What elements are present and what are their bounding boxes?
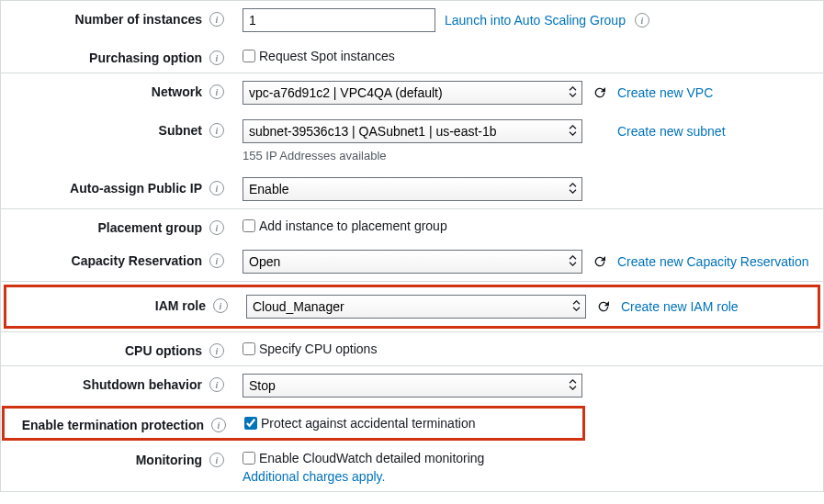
info-icon[interactable]: i (209, 253, 224, 268)
spot-checkbox[interactable] (243, 50, 255, 62)
network-label: Network (152, 84, 202, 99)
info-icon[interactable]: i (209, 220, 224, 235)
monitoring-checkbox[interactable] (243, 452, 255, 465)
info-icon[interactable]: i (213, 298, 228, 313)
monitoring-label: Monitoring (136, 453, 202, 467)
num-instances-label: Number of instances (75, 12, 202, 27)
iam-role-label: IAM role (155, 298, 206, 313)
shutdown-select-wrap[interactable]: Stop (243, 374, 582, 398)
capacity-select[interactable]: Open (243, 250, 582, 274)
cpu-options-label: CPU options (125, 343, 202, 358)
info-icon[interactable]: i (211, 418, 226, 432)
create-capacity-link[interactable]: Create new Capacity Reservation (617, 254, 809, 269)
placement-checkbox[interactable] (243, 219, 255, 232)
auto-assign-select-wrap[interactable]: Enable (243, 177, 582, 201)
termination-checkbox[interactable] (244, 417, 257, 430)
subnet-availability-text: 155 IP Addresses available (243, 147, 816, 162)
info-icon[interactable]: i (209, 377, 224, 392)
placement-label: Placement group (97, 220, 202, 235)
refresh-icon[interactable] (592, 253, 608, 270)
capacity-select-wrap[interactable]: Open (243, 250, 582, 274)
iam-role-select[interactable]: Cloud_Manager (246, 295, 586, 319)
info-icon[interactable]: i (209, 343, 224, 358)
info-icon[interactable]: i (209, 123, 224, 138)
monitoring-checkbox-label[interactable]: Enable CloudWatch detailed monitoring (243, 449, 816, 465)
iam-role-select-wrap[interactable]: Cloud_Manager (246, 295, 586, 319)
network-select[interactable]: vpc-a76d91c2 | VPC4QA (default) (243, 81, 582, 105)
monitoring-charges-link[interactable]: Additional charges apply. (243, 469, 816, 484)
auto-assign-select[interactable]: Enable (243, 177, 582, 201)
subnet-select[interactable]: subnet-39536c13 | QASubnet1 | us-east-1b (243, 119, 582, 143)
info-icon[interactable]: i (209, 453, 224, 467)
refresh-icon[interactable] (595, 298, 612, 315)
subnet-select-wrap[interactable]: subnet-39536c13 | QASubnet1 | us-east-1b (243, 119, 582, 143)
info-icon[interactable]: i (209, 181, 224, 196)
termination-row: Enable termination protection i Protect … (3, 407, 584, 440)
num-instances-input[interactable] (243, 8, 435, 32)
info-icon[interactable]: i (209, 12, 224, 27)
create-subnet-link[interactable]: Create new subnet (617, 124, 726, 139)
launch-asg-link[interactable]: Launch into Auto Scaling Group (445, 13, 626, 28)
refresh-icon[interactable] (592, 84, 608, 101)
placement-checkbox-label[interactable]: Add instance to placement group (243, 217, 816, 233)
auto-assign-label: Auto-assign Public IP (70, 181, 202, 196)
cpu-checkbox-label[interactable]: Specify CPU options (243, 340, 816, 356)
info-icon[interactable]: i (635, 13, 649, 28)
purchasing-label: Purchasing option (89, 50, 202, 65)
cpu-checkbox[interactable] (243, 342, 255, 355)
create-iam-link[interactable]: Create new IAM role (621, 299, 739, 314)
spot-checkbox-label[interactable]: Request Spot instances (243, 47, 816, 63)
network-select-wrap[interactable]: vpc-a76d91c2 | VPC4QA (default) (243, 81, 582, 105)
capacity-label: Capacity Reservation (72, 253, 202, 268)
shutdown-select[interactable]: Stop (243, 374, 582, 398)
info-icon[interactable]: i (209, 84, 224, 99)
termination-checkbox-label[interactable]: Protect against accidental termination (244, 414, 577, 431)
info-icon[interactable]: i (209, 50, 224, 65)
shutdown-label: Shutdown behavior (83, 377, 202, 392)
create-vpc-link[interactable]: Create new VPC (617, 85, 713, 100)
termination-label: Enable termination protection (22, 418, 204, 432)
subnet-label: Subnet (159, 123, 202, 138)
iam-role-row: IAM role i Cloud_Manager (5, 286, 819, 328)
